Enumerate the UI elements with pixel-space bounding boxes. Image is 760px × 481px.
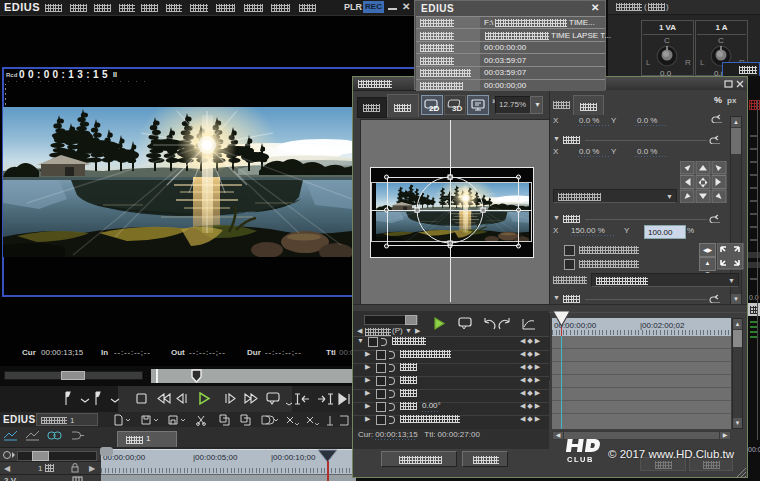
svg-text:2D: 2D (429, 104, 439, 112)
svg-text:CLUB: CLUB (567, 455, 594, 464)
svg-text:3D: 3D (452, 104, 462, 112)
